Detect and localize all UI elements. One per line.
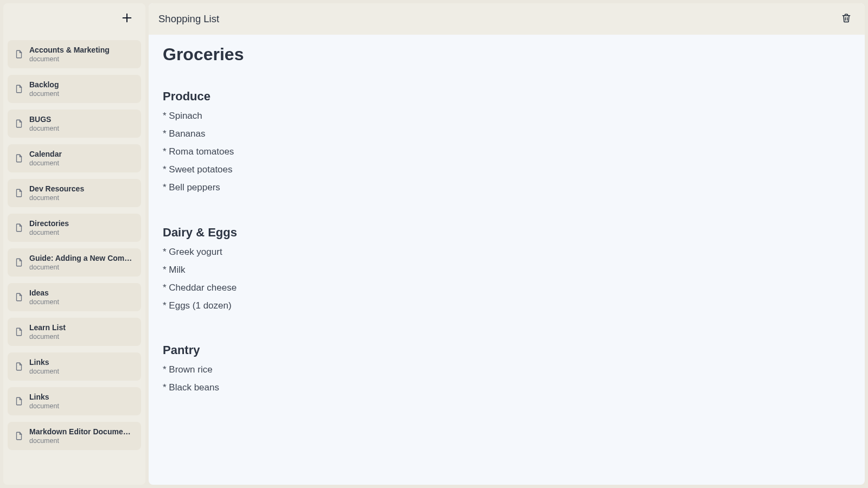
sidebar-item[interactable]: Ideasdocument (8, 283, 141, 311)
document-list[interactable]: Accounts & MarketingdocumentBacklogdocum… (3, 35, 145, 485)
sidebar-item-type: document (29, 194, 84, 202)
content-h1: Groceries (163, 44, 851, 65)
sidebar-item-title: Links (29, 393, 59, 401)
sidebar-item-title: Guide: Adding a New Com… (29, 254, 132, 262)
sidebar-item[interactable]: BUGSdocument (8, 110, 141, 138)
file-icon (14, 119, 24, 129)
sidebar-item-title: Calendar (29, 150, 62, 158)
file-icon (14, 188, 24, 198)
sidebar-item-title: Links (29, 358, 59, 367)
content-section: Dairy & Eggs* Greek yogurt* Milk* Chedda… (163, 226, 851, 312)
sidebar-item-type: document (29, 298, 59, 306)
app-root: Accounts & MarketingdocumentBacklogdocum… (0, 0, 868, 488)
sidebar-item-title: Accounts & Marketing (29, 46, 110, 54)
sidebar-item-type: document (29, 402, 59, 410)
document-title: Shopping List (158, 13, 219, 25)
file-icon (14, 292, 24, 302)
sidebar-item-title: Backlog (29, 80, 59, 89)
file-icon (14, 84, 24, 94)
list-item: * Roma tomatoes (163, 146, 851, 158)
file-icon (14, 258, 24, 267)
file-icon (14, 49, 24, 59)
sidebar-item[interactable]: Linksdocument (8, 387, 141, 415)
file-icon (14, 223, 24, 233)
list-item: * Greek yogurt (163, 246, 851, 259)
file-icon (14, 362, 24, 371)
list-item: * Eggs (1 dozen) (163, 300, 851, 312)
sidebar-item[interactable]: Learn Listdocument (8, 318, 141, 346)
section-heading: Dairy & Eggs (163, 226, 851, 240)
sidebar-item-type: document (29, 55, 110, 63)
sidebar-item[interactable]: Linksdocument (8, 352, 141, 381)
sidebar-item-type: document (29, 159, 62, 167)
sidebar-item-title: Markdown Editor Documen… (29, 427, 135, 436)
sidebar-header (3, 3, 145, 35)
sidebar-item-type: document (29, 264, 132, 271)
file-icon (14, 396, 24, 406)
document-content[interactable]: Groceries Produce* Spinach* Bananas* Rom… (149, 35, 865, 485)
section-heading: Produce (163, 89, 851, 104)
list-item: * Bell peppers (163, 182, 851, 194)
trash-icon (841, 12, 852, 25)
main-header: Shopping List (149, 3, 865, 35)
list-item: * Brown rice (163, 364, 851, 376)
list-item: * Sweet potatoes (163, 164, 851, 176)
new-document-button[interactable] (118, 10, 136, 28)
section-heading: Pantry (163, 343, 851, 357)
list-item: * Black beans (163, 382, 851, 394)
sidebar-item-title: Ideas (29, 288, 59, 297)
main-panel: Shopping List Groceries Produce* Spinach… (149, 3, 865, 485)
list-item: * Cheddar cheese (163, 282, 851, 294)
content-section: Pantry* Brown rice* Black beans (163, 343, 851, 394)
sidebar-item[interactable]: Guide: Adding a New Com…document (8, 248, 141, 277)
list-item: * Bananas (163, 128, 851, 140)
sidebar-item-title: Dev Resources (29, 184, 84, 193)
sidebar-item[interactable]: Backlogdocument (8, 75, 141, 103)
list-item: * Milk (163, 264, 851, 277)
file-icon (14, 327, 24, 337)
sidebar-item-type: document (29, 437, 135, 445)
sidebar-item[interactable]: Markdown Editor Documen…document (8, 422, 141, 450)
content-section: Produce* Spinach* Bananas* Roma tomatoes… (163, 89, 851, 194)
sidebar-item[interactable]: Calendardocument (8, 144, 141, 172)
sidebar-item-type: document (29, 368, 59, 375)
sidebar-item-type: document (29, 90, 59, 98)
sidebar-item-type: document (29, 229, 69, 236)
file-icon (14, 431, 24, 441)
sidebar: Accounts & MarketingdocumentBacklogdocum… (3, 3, 145, 485)
sidebar-item-title: Directories (29, 219, 69, 228)
sidebar-item[interactable]: Accounts & Marketingdocument (8, 40, 141, 68)
sidebar-item-title: BUGS (29, 115, 59, 124)
sidebar-item-type: document (29, 125, 59, 132)
sidebar-item-title: Learn List (29, 323, 66, 332)
sidebar-item[interactable]: Directoriesdocument (8, 214, 141, 242)
plus-icon (121, 12, 133, 26)
sidebar-item-type: document (29, 333, 66, 341)
delete-button[interactable] (839, 11, 854, 27)
sidebar-item[interactable]: Dev Resourcesdocument (8, 179, 141, 207)
list-item: * Spinach (163, 110, 851, 123)
file-icon (14, 153, 24, 163)
